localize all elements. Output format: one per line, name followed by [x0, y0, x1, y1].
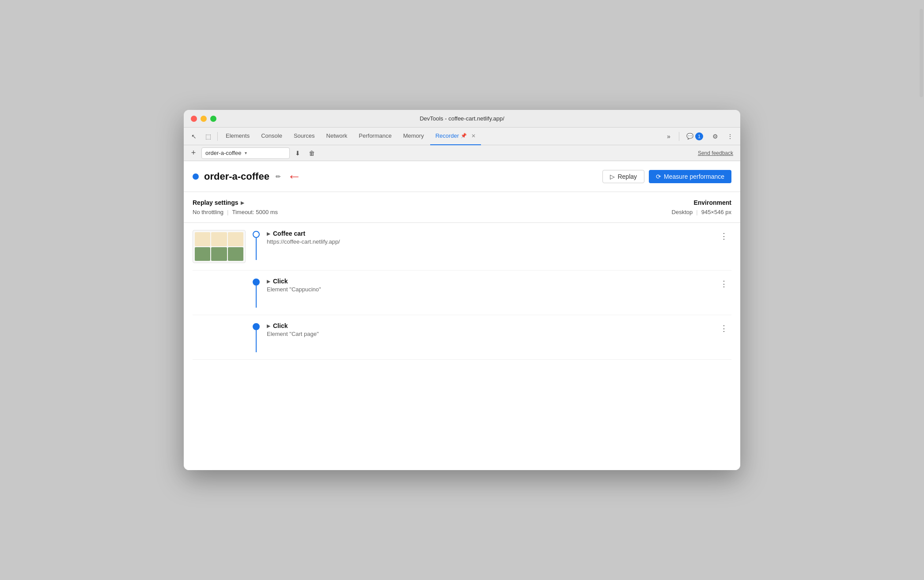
- more-tabs-button[interactable]: »: [662, 130, 675, 143]
- settings-meta: No throttling | Timeout: 5000 ms: [193, 209, 278, 215]
- step-more-button[interactable]: ⋮: [716, 230, 731, 242]
- send-feedback-link[interactable]: Send feedback: [698, 150, 737, 156]
- step-thumbnail: [193, 230, 246, 263]
- cursor-icon[interactable]: ↖: [187, 130, 201, 143]
- maximize-button[interactable]: [210, 116, 216, 122]
- window-title: DevTools - coffee-cart.netlify.app/: [420, 115, 504, 122]
- measure-performance-button[interactable]: ⟳ Measure performance: [649, 170, 731, 183]
- step-timeline-2: [253, 279, 260, 308]
- meta-divider: |: [227, 209, 228, 215]
- play-icon: ▷: [610, 173, 615, 180]
- minimize-button[interactable]: [201, 116, 207, 122]
- step-subtitle-2: Element "Cappucino": [267, 286, 716, 293]
- delete-recording-button[interactable]: 🗑: [306, 147, 318, 159]
- tab-console[interactable]: Console: [256, 128, 288, 145]
- recording-header: order-a-coffee ✏ ← ▷ Replay ⟳ Measure pe…: [184, 161, 740, 192]
- chat-badge: 1: [695, 132, 703, 140]
- traffic-lights: [191, 116, 216, 122]
- tab-recorder[interactable]: Recorder 📌 ✕: [430, 128, 481, 145]
- chevron-down-icon: ▾: [245, 151, 247, 155]
- recording-status-dot: [193, 173, 199, 180]
- desktop-label: Desktop: [672, 209, 693, 215]
- step-title-2[interactable]: ▶ Click: [267, 278, 716, 285]
- tab-network[interactable]: Network: [321, 128, 353, 145]
- step-circle-3: [253, 323, 260, 330]
- replay-settings-title[interactable]: Replay settings ▶: [193, 199, 278, 206]
- toolbar-divider: [217, 132, 218, 141]
- step-line-2: [256, 286, 257, 308]
- step-line: [256, 238, 257, 260]
- layers-icon[interactable]: ⬚: [201, 130, 215, 143]
- replay-button[interactable]: ▷ Replay: [602, 170, 644, 183]
- main-toolbar: ↖ ⬚ Elements Console Sources Network Per…: [184, 128, 740, 145]
- pin-icon: 📌: [461, 133, 467, 139]
- settings-expand-icon: ▶: [241, 200, 244, 205]
- step-expand-icon-2: ▶: [267, 279, 270, 284]
- timeout-label: Timeout: 5000 ms: [232, 209, 278, 215]
- title-bar: DevTools - coffee-cart.netlify.app/: [184, 110, 740, 128]
- edit-icon: ✏: [276, 173, 281, 180]
- step-timeline: [253, 231, 260, 260]
- settings-left: Replay settings ▶ No throttling | Timeou…: [193, 199, 278, 215]
- step-content-3: ▶ Click Element "Cart page": [267, 322, 716, 337]
- tab-elements[interactable]: Elements: [220, 128, 255, 145]
- tab-close-icon[interactable]: ✕: [471, 133, 476, 139]
- step-content: ▶ Coffee cart https://coffee-cart.netlif…: [267, 230, 716, 245]
- replay-settings-section: Replay settings ▶ No throttling | Timeou…: [184, 192, 740, 223]
- step-line-3: [256, 330, 257, 352]
- settings-right: Environment Desktop | 945×546 px: [672, 199, 731, 215]
- step-title-3[interactable]: ▶ Click: [267, 322, 716, 329]
- recording-name: order-a-coffee: [204, 171, 269, 182]
- more-options-icon[interactable]: ⋮: [723, 130, 737, 143]
- no-throttling-label: No throttling: [193, 209, 223, 215]
- step-timeline-3: [253, 323, 260, 352]
- recording-select[interactable]: order-a-coffee ▾: [201, 147, 290, 159]
- step-circle: [253, 231, 260, 238]
- chat-icon: 💬: [686, 133, 693, 139]
- dimensions-label: 945×546 px: [701, 209, 731, 215]
- settings-icon[interactable]: ⚙: [708, 130, 722, 143]
- step-expand-icon-3: ▶: [267, 324, 270, 328]
- step-subtitle-3: Element "Cart page": [267, 331, 716, 337]
- step-circle-2: [253, 279, 260, 286]
- toolbar-right: » 💬 1 ⚙ ⋮: [662, 130, 737, 143]
- step-item: ▶ Coffee cart https://coffee-cart.netlif…: [193, 223, 731, 271]
- step-more-button-3[interactable]: ⋮: [716, 322, 731, 335]
- tab-performance[interactable]: Performance: [353, 128, 397, 145]
- chat-button[interactable]: 💬 1: [683, 131, 707, 142]
- tab-sources[interactable]: Sources: [288, 128, 320, 145]
- add-recording-button[interactable]: +: [187, 147, 200, 159]
- step-more-button-2[interactable]: ⋮: [716, 278, 731, 290]
- recording-select-value: order-a-coffee: [205, 150, 241, 156]
- step-expand-icon: ▶: [267, 231, 270, 236]
- steps-container: ▶ Coffee cart https://coffee-cart.netlif…: [184, 223, 740, 360]
- header-actions: ▷ Replay ⟳ Measure performance: [602, 170, 731, 183]
- edit-name-button[interactable]: ✏: [274, 171, 283, 182]
- step-content-2: ▶ Click Element "Cappucino": [267, 278, 716, 293]
- devtools-window: DevTools - coffee-cart.netlify.app/ ↖ ⬚ …: [184, 110, 740, 470]
- step-item-3: ▶ Click Element "Cart page" ⋮: [193, 315, 731, 360]
- measure-icon: ⟳: [656, 173, 661, 180]
- main-content: order-a-coffee ✏ ← ▷ Replay ⟳ Measure pe…: [184, 161, 740, 470]
- toolbar-divider-2: [679, 132, 679, 141]
- step-title[interactable]: ▶ Coffee cart: [267, 230, 716, 237]
- tab-memory[interactable]: Memory: [398, 128, 429, 145]
- secondary-toolbar: + order-a-coffee ▾ ⬇ 🗑 Send feedback: [184, 145, 740, 161]
- close-button[interactable]: [191, 116, 197, 122]
- step-item: ▶ Click Element "Cappucino" ⋮: [193, 271, 731, 315]
- download-recording-button[interactable]: ⬇: [292, 147, 304, 159]
- env-divider: |: [696, 209, 697, 215]
- environment-title: Environment: [672, 199, 731, 206]
- environment-meta: Desktop | 945×546 px: [672, 209, 731, 215]
- red-arrow-indicator: ←: [287, 168, 301, 185]
- step-subtitle: https://coffee-cart.netlify.app/: [267, 238, 716, 245]
